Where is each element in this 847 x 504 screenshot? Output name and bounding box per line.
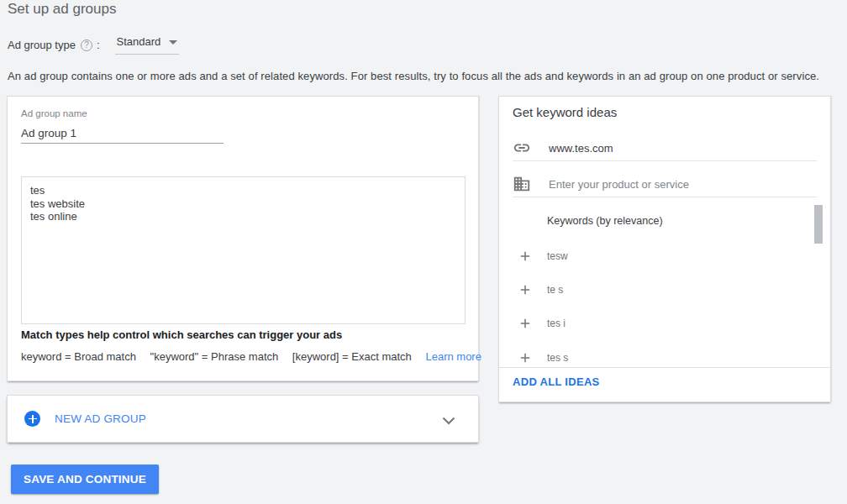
keyword-suggestion-label: tes i — [547, 318, 566, 329]
plus-icon[interactable] — [517, 281, 534, 298]
ad-group-type-colon: : — [97, 39, 100, 51]
building-icon — [513, 175, 531, 193]
keyword-suggestion-label: tes s — [547, 352, 568, 364]
match-types-examples: keyword = Broad match "keyword" = Phrase… — [21, 350, 466, 363]
exact-match-example: [keyword] = Exact match — [292, 350, 412, 363]
keyword-suggestion-row: tesw — [499, 244, 830, 269]
save-and-continue-button[interactable]: SAVE AND CONTINUE — [11, 465, 159, 494]
add-all-ideas-button[interactable]: ADD ALL IDEAS — [513, 375, 600, 388]
ad-group-type-label: Ad group type — [8, 39, 76, 51]
new-ad-group-card: NEW AD GROUP — [7, 395, 479, 443]
setup-ad-groups-page: Set up ad groups Ad group type : Standar… — [0, 0, 847, 504]
caret-down-icon — [169, 40, 177, 45]
keyword-suggestion-label: te s — [547, 284, 563, 296]
keyword-suggestion-row: te s — [499, 277, 830, 302]
new-ad-group-button[interactable]: NEW AD GROUP — [8, 396, 478, 442]
learn-more-link[interactable]: Learn more — [425, 350, 481, 363]
help-circle-icon[interactable] — [81, 39, 92, 51]
keywords-textarea[interactable]: tes tes website tes online — [21, 176, 466, 324]
link-icon — [513, 139, 531, 157]
ad-group-type-row: Ad group type : Standard — [8, 35, 179, 55]
new-ad-group-label: NEW AD GROUP — [55, 412, 146, 425]
divider — [513, 197, 817, 197]
website-value[interactable]: www.tes.com — [549, 142, 613, 155]
phrase-match-example: "keyword" = Phrase match — [150, 350, 279, 363]
chevron-down-icon[interactable] — [442, 413, 455, 428]
scrollbar-thumb[interactable] — [814, 205, 823, 244]
keyword-suggestion-label: tesw — [547, 250, 568, 262]
ad-group-name-label: Ad group name — [21, 108, 87, 118]
website-row: www.tes.com — [513, 135, 613, 160]
plus-icon[interactable] — [517, 315, 534, 332]
keywords-list-header: Keywords (by relevance) — [547, 215, 663, 227]
ad-group-type-value: Standard — [117, 35, 161, 48]
ad-group-name-input[interactable] — [21, 123, 224, 144]
page-title: Set up ad groups — [8, 1, 116, 18]
divider — [499, 367, 830, 368]
match-types-heading: Match types help control which searches … — [21, 328, 342, 341]
keyword-suggestion-row: tes i — [499, 311, 830, 336]
page-description: An ad group contains one or more ads and… — [8, 70, 844, 82]
broad-match-example: keyword = Broad match — [21, 350, 136, 363]
plus-icon[interactable] — [517, 248, 534, 265]
plus-icon[interactable] — [517, 349, 534, 366]
ad-group-card: Ad group name tes tes website tes online… — [7, 96, 479, 381]
product-row — [513, 171, 784, 197]
divider — [513, 160, 817, 161]
add-circle-icon — [24, 411, 40, 427]
keyword-ideas-title: Get keyword ideas — [513, 105, 617, 119]
ad-group-type-dropdown[interactable]: Standard — [115, 35, 180, 55]
keyword-ideas-card: Get keyword ideas www.tes.com Keywords (… — [498, 96, 831, 402]
product-service-input[interactable] — [549, 178, 784, 191]
